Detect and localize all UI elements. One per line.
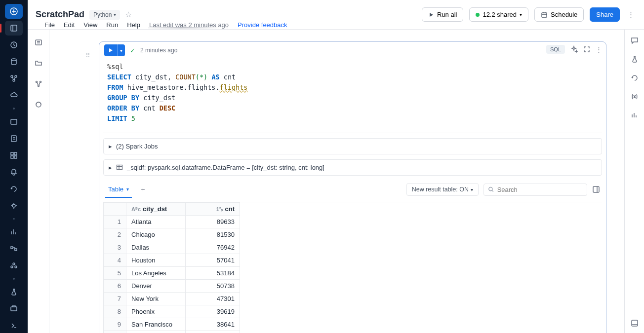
column-header-cnt[interactable]: 1²₃cnt (186, 202, 240, 215)
svg-rect-10 (14, 152, 17, 155)
nav-history[interactable] (5, 182, 23, 196)
experiment-icon[interactable] (631, 55, 639, 63)
table-row[interactable]: 2Chicago81530 (104, 228, 240, 241)
folder-icon[interactable] (33, 57, 44, 69)
menu-view[interactable]: View (83, 21, 97, 29)
nav-item-8[interactable] (5, 301, 23, 316)
run-cell-button[interactable]: ▾ (104, 44, 125, 56)
nav-recents[interactable] (5, 37, 23, 52)
menu-run[interactable]: Run (106, 21, 118, 29)
toc-icon[interactable] (33, 37, 44, 48)
svg-point-6 (13, 79, 15, 81)
nav-item-7[interactable] (5, 258, 23, 273)
new-button[interactable] (5, 4, 23, 19)
code-editor[interactable]: %sql SELECT city_dst, COUNT(*) AS cnt FR… (99, 59, 606, 133)
schema-icon[interactable] (33, 78, 44, 90)
table-row[interactable]: 7New York47301 (104, 292, 240, 305)
nav-item-3[interactable] (5, 148, 23, 163)
row-index: 8 (104, 305, 126, 318)
cell-tools: SQL ⋮ (546, 45, 602, 54)
language-badge[interactable]: SQL (546, 45, 565, 54)
cell-cnt: 50738 (186, 279, 240, 292)
dashboard-icon[interactable] (631, 111, 639, 119)
nav-workspace[interactable] (5, 21, 23, 36)
nav-item-5[interactable] (5, 224, 23, 239)
nav-alerts[interactable] (5, 165, 23, 180)
run-menu-caret[interactable]: ▾ (117, 44, 125, 56)
cell-city: Chicago (126, 228, 186, 241)
add-tab-button[interactable]: ＋ (137, 185, 149, 194)
collapse-panel-icon[interactable] (631, 319, 639, 327)
nav-workflows[interactable] (5, 71, 23, 86)
spark-jobs-accordion[interactable]: ▸(2) Spark Jobs (103, 138, 602, 154)
column-header-city[interactable]: Aᴮccity_dst (126, 202, 186, 215)
result-search[interactable] (483, 184, 587, 196)
cell-cnt: 32994 (186, 331, 240, 333)
row-index-header[interactable] (104, 202, 126, 215)
schedule-button[interactable]: Schedule (534, 7, 584, 22)
nav-item-9[interactable] (5, 318, 23, 333)
share-button[interactable]: Share (590, 7, 620, 22)
run-all-button[interactable]: Run all (422, 7, 463, 22)
menu-file[interactable]: File (44, 21, 55, 29)
cell-cnt: 89633 (186, 215, 240, 228)
table-row[interactable]: 8Phoenix39619 (104, 305, 240, 318)
feedback-link[interactable]: Provide feedback (238, 21, 287, 29)
result-table: Aᴮccity_dst 1²₃cnt 1Atlanta896332Chicago… (103, 202, 602, 333)
code-cell[interactable]: ⠿ ▾ ✓ 2 minutes ago SQL ⋮ (99, 41, 606, 333)
cell-header: ▾ ✓ 2 minutes ago (99, 42, 606, 59)
compute-selector[interactable]: 12.2 shared▾ (469, 7, 528, 22)
table-row[interactable]: 6Denver50738 (104, 279, 240, 292)
nav-item-1[interactable] (5, 114, 23, 129)
table-icon (116, 164, 123, 171)
svg-point-16 (13, 263, 15, 265)
ai-assist-icon[interactable] (570, 45, 578, 53)
table-row[interactable]: 9San Francisco38641 (104, 318, 240, 331)
cell-city: Denver (126, 279, 186, 292)
chevron-down-icon: ▾ (520, 12, 522, 17)
cell-cnt: 53184 (186, 266, 240, 279)
table-row[interactable]: 1Atlanta89633 (104, 215, 240, 228)
cell-cnt: 57041 (186, 254, 240, 266)
cell-cnt: 76942 (186, 241, 240, 254)
cell-city: San Francisco (126, 318, 186, 331)
nav-catalog[interactable] (5, 54, 23, 69)
caret-right-icon: ▸ (109, 143, 112, 150)
comments-icon[interactable] (631, 37, 639, 44)
cell-cnt: 38641 (186, 318, 240, 331)
drag-handle-icon[interactable]: ⠿ (85, 52, 90, 59)
svg-point-18 (15, 266, 17, 268)
notebook-side-rail (28, 30, 49, 333)
cell-more-icon[interactable]: ⋮ (596, 46, 602, 53)
menu-edit[interactable]: Edit (64, 21, 75, 29)
toggle-label: New result table: ON (412, 186, 469, 193)
tab-table[interactable]: Table▾ (105, 182, 132, 198)
svg-rect-21 (36, 40, 41, 45)
table-row[interactable]: 10Las Vegas32994 (104, 331, 240, 333)
table-row[interactable]: 5Los Angeles53184 (104, 266, 240, 279)
more-menu-icon[interactable]: ⋮ (626, 9, 636, 20)
nav-item-4[interactable] (5, 198, 23, 213)
nav-cloud[interactable] (5, 88, 23, 103)
separator (13, 108, 15, 109)
table-row[interactable]: 4Houston57041 (104, 254, 240, 266)
schema-accordion[interactable]: ▸_sqldf: pyspark.sql.dataframe.DataFrame… (103, 159, 602, 176)
menu-help[interactable]: Help (127, 21, 140, 29)
search-input[interactable] (497, 186, 583, 193)
nav-item-2[interactable] (5, 131, 23, 146)
svg-rect-29 (632, 320, 638, 326)
run-all-label: Run all (437, 11, 457, 18)
revision-icon[interactable] (631, 74, 639, 82)
table-row[interactable]: 3Dallas76942 (104, 241, 240, 254)
variables-icon[interactable] (631, 93, 639, 101)
expand-icon[interactable] (583, 45, 591, 53)
svg-rect-8 (11, 136, 16, 142)
play-icon[interactable] (104, 44, 117, 56)
nav-item-6[interactable] (5, 241, 23, 256)
last-edit-label[interactable]: Last edit was 2 minutes ago (149, 21, 229, 29)
assistant-icon[interactable] (33, 99, 44, 111)
panel-toggle-icon[interactable] (592, 185, 600, 193)
nav-experiments[interactable] (5, 285, 23, 299)
cell-timestamp: 2 minutes ago (140, 47, 177, 54)
result-table-toggle[interactable]: New result table: ON▾ (406, 183, 479, 196)
